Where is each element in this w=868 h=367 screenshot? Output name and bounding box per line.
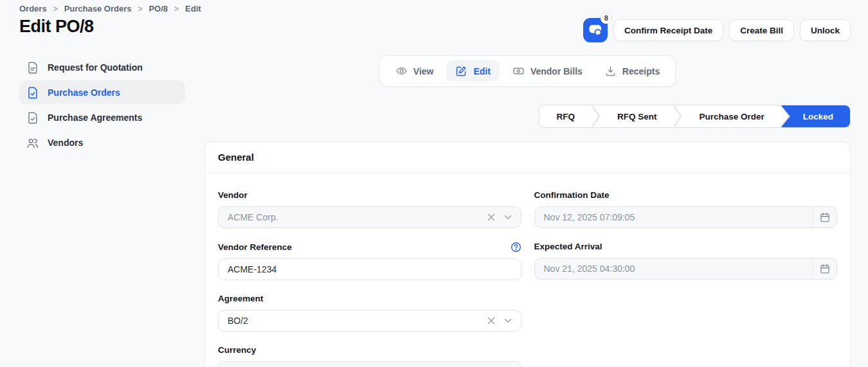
sidebar-item-label: Request for Quotation	[48, 62, 143, 73]
sidebar-item-purchase-orders[interactable]: Purchase Orders	[19, 80, 185, 104]
tab-receipts[interactable]: Receipts	[595, 60, 669, 82]
pipeline-chevron-icon	[592, 105, 601, 127]
breadcrumb: Orders > Purchase Orders > PO/8 > Edit	[19, 4, 851, 13]
pipeline-chevron-icon	[673, 105, 682, 127]
sidebar-item-label: Vendors	[48, 138, 83, 148]
vendor-reference-field: Vendor Reference	[218, 242, 521, 280]
expected-arrival-input[interactable]	[535, 258, 813, 279]
calendar-icon[interactable]	[812, 258, 836, 279]
breadcrumb-purchase-orders[interactable]: Purchase Orders	[64, 4, 132, 13]
agreement-field: Agreement BO/2	[218, 294, 521, 332]
clear-icon[interactable]	[486, 212, 496, 222]
status-pipeline: RFQ RFQ Sent Purchase Order Locked	[539, 105, 851, 128]
agreement-label: Agreement	[218, 294, 264, 304]
tab-view[interactable]: View	[386, 60, 443, 82]
calendar-icon[interactable]	[812, 207, 836, 228]
tab-vendor-bills[interactable]: Vendor Bills	[503, 60, 592, 82]
sidebar-item-vendors[interactable]: Vendors	[19, 130, 185, 154]
vendor-select[interactable]: ACME Corp.	[218, 206, 521, 228]
vendor-label: Vendor	[218, 190, 248, 201]
sidebar-item-request-for-quotation[interactable]: Request for Quotation	[19, 55, 185, 79]
pencil-square-icon	[455, 65, 467, 77]
banknote-icon	[512, 65, 525, 77]
eye-icon	[395, 65, 408, 77]
chevron-down-icon[interactable]	[503, 316, 513, 326]
create-bill-button[interactable]: Create Bill	[729, 19, 794, 41]
help-icon[interactable]	[511, 242, 521, 253]
vendor-value: ACME Corp.	[219, 212, 478, 222]
download-icon	[604, 65, 617, 77]
pipeline-step-rfq-sent[interactable]: RFQ Sent	[601, 105, 674, 127]
expected-arrival-label: Expected Arrival	[534, 242, 602, 252]
general-card-header: General	[205, 142, 850, 174]
expected-arrival-field: Expected Arrival	[534, 242, 838, 280]
breadcrumb-orders[interactable]: Orders	[19, 4, 47, 13]
confirmation-date-input[interactable]	[535, 207, 813, 228]
expected-arrival-control	[534, 258, 838, 280]
confirm-receipt-date-button[interactable]: Confirm Receipt Date	[613, 19, 723, 41]
confirmation-date-field: Confirmation Date	[534, 190, 838, 228]
currency-label: Currency	[218, 345, 256, 355]
document-check-icon	[26, 111, 39, 125]
tab-label: Receipts	[622, 66, 660, 76]
breadcrumb-separator-icon: >	[174, 4, 179, 13]
sidebar-item-purchase-agreements[interactable]: Purchase Agreements	[19, 105, 185, 129]
breadcrumb-edit[interactable]: Edit	[185, 4, 201, 13]
unlock-button[interactable]: Unlock	[800, 19, 851, 41]
main-content: View Edit Vendor Bills	[204, 55, 851, 367]
section-title: General	[218, 152, 254, 163]
document-check-icon	[26, 85, 39, 100]
view-mode-tabbar: View Edit Vendor Bills	[379, 55, 676, 87]
page-title: Edit PO/8	[19, 17, 94, 37]
tab-edit[interactable]: Edit	[446, 60, 499, 82]
form-column-right: Confirmation Date Expected	[534, 190, 838, 367]
pipeline-step-purchase-order[interactable]: Purchase Order	[682, 105, 781, 127]
sidebar-item-label: Purchase Agreements	[48, 112, 142, 123]
chevron-down-icon[interactable]	[503, 212, 513, 222]
agreement-select[interactable]: BO/2	[218, 310, 521, 332]
general-card: General Vendor ACME Corp.	[204, 141, 851, 367]
tab-label: Vendor Bills	[530, 66, 583, 76]
currency-field: Currency USD	[218, 345, 521, 367]
sidebar: Request for Quotation Purchase Orders Pu…	[19, 55, 185, 367]
agreement-value: BO/2	[219, 316, 478, 326]
confirmation-date-label: Confirmation Date	[534, 190, 610, 201]
page-header: Edit PO/8 8 Confirm Receipt Date Create …	[19, 17, 851, 42]
sidebar-item-label: Purchase Orders	[48, 87, 120, 98]
tab-label: View	[413, 66, 434, 76]
document-lines-icon	[26, 60, 39, 75]
vendor-reference-input[interactable]	[219, 259, 521, 280]
tab-label: Edit	[473, 66, 490, 76]
breadcrumb-separator-icon: >	[53, 4, 58, 13]
vendor-field: Vendor ACME Corp.	[218, 190, 521, 228]
vendor-reference-control	[218, 258, 521, 280]
header-actions: 8 Confirm Receipt Date Create Bill Unloc…	[583, 18, 851, 42]
chat-message-count-badge: 8	[601, 13, 612, 24]
breadcrumb-separator-icon: >	[138, 4, 142, 13]
form-column-left: Vendor ACME Corp.	[218, 190, 521, 367]
currency-select[interactable]: USD	[218, 361, 521, 367]
chatter-button[interactable]: 8	[583, 18, 608, 42]
pipeline-step-locked[interactable]: Locked	[781, 105, 850, 127]
people-icon	[26, 136, 39, 150]
breadcrumb-po-8[interactable]: PO/8	[149, 4, 168, 13]
chat-bubbles-icon	[587, 22, 604, 39]
pipeline-step-rfq[interactable]: RFQ	[539, 105, 592, 127]
confirmation-date-control	[534, 206, 838, 228]
vendor-reference-label: Vendor Reference	[218, 242, 292, 253]
purchase-order-edit-page: Orders > Purchase Orders > PO/8 > Edit E…	[0, 0, 868, 367]
clear-icon[interactable]	[486, 316, 496, 326]
